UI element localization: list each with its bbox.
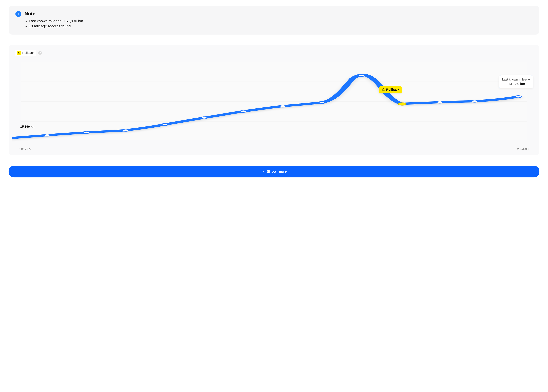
warning-icon (382, 88, 385, 92)
svg-point-10 (201, 117, 207, 119)
show-more-label: Show more (267, 169, 287, 174)
note-list-item: 13 mileage records found (29, 24, 533, 29)
x-axis-end: 2024-08 (517, 147, 529, 151)
tooltip-value: 161,930 km (502, 82, 530, 86)
svg-point-9 (162, 123, 168, 126)
note-list: Last known mileage: 161,930 km 13 mileag… (25, 18, 533, 29)
svg-point-11 (241, 110, 247, 112)
note-title: Note (25, 11, 533, 16)
rollback-badge-label: Rollback (386, 88, 399, 91)
svg-point-6 (44, 134, 50, 136)
chart-card: Rollback ? (8, 45, 540, 155)
mileage-line-chart (12, 60, 536, 146)
show-more-button[interactable]: Show more (8, 166, 540, 177)
legend-rollback-label: Rollback (22, 51, 34, 55)
info-icon: i (15, 11, 21, 17)
x-axis-labels: 2017-05 2024-08 (12, 146, 536, 151)
arrow-down-icon (261, 169, 264, 174)
x-axis-start: 2017-05 (19, 147, 31, 151)
svg-point-13 (319, 101, 325, 104)
rollback-badge: Rollback (379, 86, 402, 93)
chart-legend-row: Rollback ? (12, 50, 536, 56)
svg-point-12 (280, 105, 286, 107)
note-list-item: Last known mileage: 161,930 km (29, 18, 533, 24)
chart-area: 15,369 km Rollback Last known mileage 16… (12, 60, 536, 146)
first-point-label: 15,369 km (20, 125, 35, 128)
svg-point-14 (358, 74, 364, 77)
svg-point-7 (83, 131, 90, 133)
help-icon[interactable]: ? (38, 51, 42, 55)
last-known-tooltip: Last known mileage 161,930 km (499, 75, 533, 88)
warning-icon (17, 51, 21, 55)
legend-rollback: Rollback (15, 50, 36, 56)
svg-point-15 (398, 103, 406, 105)
svg-point-1 (19, 53, 19, 54)
note-body: Note Last known mileage: 161,930 km 13 m… (25, 11, 533, 29)
svg-point-16 (437, 101, 443, 103)
svg-point-17 (472, 100, 478, 102)
note-card: i Note Last known mileage: 161,930 km 13… (8, 6, 540, 35)
tooltip-title: Last known mileage (502, 78, 530, 81)
svg-point-18 (515, 96, 521, 98)
svg-point-8 (123, 129, 129, 131)
svg-point-20 (383, 90, 383, 90)
